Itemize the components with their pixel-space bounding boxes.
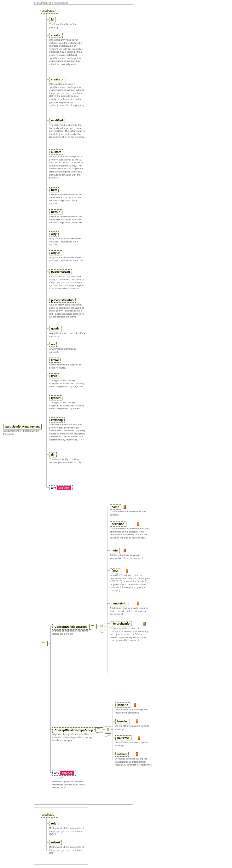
attr-how: how xyxy=(49,187,59,192)
expand-narrower[interactable] xyxy=(138,736,140,740)
attr-why: why xyxy=(49,231,59,237)
cdg-desc: A group of properties required to define… xyxy=(52,629,90,635)
cdg-note: note xyxy=(110,548,120,553)
cdg-desc-name: A natural language name for the concept. xyxy=(110,510,150,516)
attr-creatoruri: creatoruri xyxy=(49,77,66,82)
any-card: 0..∞ xyxy=(58,776,63,779)
expand-hierarchyInfo[interactable] xyxy=(143,622,145,625)
root-desc: A requirement for participating in the e… xyxy=(3,429,40,435)
ext-header: Flex1PropType (extension) xyxy=(34,1,68,4)
crg-card: 0..∞ xyxy=(105,734,110,737)
attr-xmllang: xml:lang xyxy=(49,417,65,423)
attr-desc-uri: A URI which identifies a concept. xyxy=(49,347,85,353)
crg-narrower: narrower xyxy=(115,735,131,740)
attr2-desc-role: Refinement of the semantics of the prope… xyxy=(49,827,85,836)
attr-uri: uri xyxy=(49,342,57,347)
attr-pubconstrainturi: pubconstrainturi xyxy=(49,298,76,303)
expand-broader[interactable] xyxy=(136,719,138,723)
root-element: participationRequirement xyxy=(3,424,42,429)
attrs-box-1: attributes xyxy=(41,8,58,13)
expand-note[interactable] xyxy=(124,549,126,552)
attr-desc-how: Indicates by which means the value was e… xyxy=(49,193,85,205)
any-desc: Extension point for provider-defined pro… xyxy=(52,780,90,789)
attr-desc-pubconstrainturi: One or many constraints that apply to pu… xyxy=(49,303,85,318)
crg-seq xyxy=(96,727,103,733)
attr-custom: custom xyxy=(49,150,63,154)
attr-desc-why: Why the metadata has been included - exp… xyxy=(49,237,85,246)
cdg-hierarchyInfo: hierarchyInfo xyxy=(110,621,131,626)
attr2-desc-roleuri: Refinement of the semantics of the prope… xyxy=(49,846,85,855)
cdg-name: name xyxy=(110,504,121,509)
crg-desc: A group of properties required to indica… xyxy=(52,733,95,742)
root-seq xyxy=(40,641,47,646)
cdg-group: ConceptDefinitionGroup xyxy=(52,624,91,630)
any-other-box: any ##other xyxy=(52,771,76,776)
attr-desc-pubconstraint: One or many constraints that apply to pu… xyxy=(49,275,85,290)
attr-desc-literal: A free-text value assigned as property v… xyxy=(49,363,85,369)
attr-desc-dir: The directionality of textual content (e… xyxy=(49,458,85,464)
cdg-desc-definition: A natural language definition of the sem… xyxy=(110,527,150,539)
expand-sameAs[interactable] xyxy=(134,703,136,707)
crg-desc-related: A related concept, where the relationshi… xyxy=(115,757,156,767)
attr-desc-custom: If set to true the corresponding propert… xyxy=(49,155,85,179)
attr2-roleuri: roleuri xyxy=(49,840,62,845)
attr-pubconstraint: pubconstraint xyxy=(49,269,72,274)
crg-group: ConceptRelationshipsGroup xyxy=(52,727,98,733)
attr-typeuri: typeuri xyxy=(49,395,62,400)
cdg-remoteInfo: remoteInfo xyxy=(110,601,128,606)
expand-related[interactable] xyxy=(136,752,138,756)
crg-choice xyxy=(105,726,111,734)
attr-whyuri: whyuri xyxy=(49,250,62,255)
attrs-box-2: attributes xyxy=(41,812,58,817)
cdg-desc-facet: In NAR 1.8 and later, facet is deprecate… xyxy=(110,574,150,592)
attr-desc-creator: If the property value is not defined, sp… xyxy=(49,38,85,66)
cdg-desc-note: Additional natural language information … xyxy=(110,554,150,560)
attr-creator: creator xyxy=(49,33,63,38)
attr-desc-creatoruri: If the attribute is empty, specifies whi… xyxy=(49,83,85,107)
crg-broader: broader xyxy=(115,719,130,724)
crg-desc-broader: An identifier of a more generic concept. xyxy=(115,724,156,731)
expand-remoteInfo[interactable] xyxy=(137,601,139,606)
cdg-card: 0..∞ xyxy=(99,631,103,634)
cdg-desc-remoteInfo: A link to an item or a web resource whic… xyxy=(110,607,150,616)
attrs-any-box: any ##other xyxy=(49,485,73,490)
attr-id: id xyxy=(49,17,56,22)
attr-type: type xyxy=(49,373,59,378)
attr2-role: role xyxy=(49,821,58,826)
crg-sameAs: sameAs xyxy=(115,703,130,708)
crg-desc-sameAs: An identifier of a concept with equivale… xyxy=(115,708,156,714)
cdg-facet: facet xyxy=(110,568,120,573)
attr-qcode: qcode xyxy=(49,326,62,331)
cdg-definition: definition xyxy=(110,522,126,527)
cdg-desc-hierarchyInfo: Represents the position of a concept in … xyxy=(110,627,150,642)
attr-dir: dir xyxy=(49,452,57,457)
attr-modified: modified xyxy=(49,118,65,123)
crg-related: related xyxy=(115,752,129,757)
attr-desc-modified: The date (and, optionally, the time) whe… xyxy=(49,124,85,139)
attr-desc-whyuri: Why the metadata has been included - exp… xyxy=(49,256,85,262)
expand-definition[interactable] xyxy=(137,522,139,526)
cdg-seq xyxy=(89,624,97,629)
attr-desc-type: The type of the concept assigned as cont… xyxy=(49,379,85,388)
attr-desc-howuri: Indicates by which means the value was e… xyxy=(49,215,85,224)
attr-desc-xmllang: Specifies the language of this property … xyxy=(49,423,85,441)
expand-name[interactable] xyxy=(124,505,126,509)
crg-desc-narrower: An identifier of a more specific concept… xyxy=(115,741,156,747)
attr-howuri: howuri xyxy=(49,209,62,214)
attr-desc-id: The local identifier of the property. xyxy=(49,23,85,29)
attr-desc-qcode: A qualified code which identifies a conc… xyxy=(49,332,85,338)
attr-desc-typeuri: The type of the concept assigned as cont… xyxy=(49,401,85,410)
expand-facet[interactable] xyxy=(126,569,128,572)
cdg-choice xyxy=(99,623,105,630)
attr-literal: literal xyxy=(49,358,61,363)
